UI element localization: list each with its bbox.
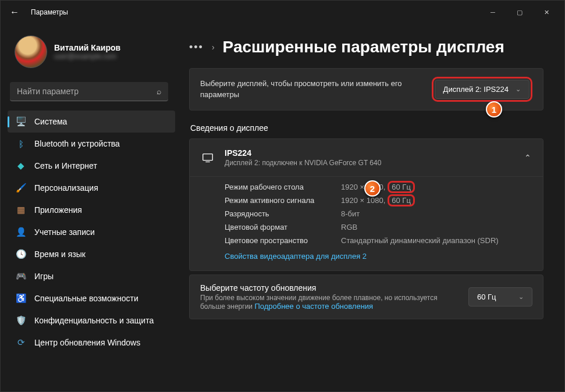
- nav-label: Специальные возможности: [34, 294, 138, 303]
- nav-label: Конфиденциальность и защита: [34, 316, 154, 325]
- search-icon: ⌕: [157, 87, 161, 96]
- nav-label: Учетные записи: [34, 227, 95, 237]
- annotation-1: 1: [486, 101, 502, 117]
- display-name: IPS224: [225, 148, 514, 158]
- chevron-down-icon: ⌄: [516, 85, 521, 93]
- breadcrumb: ••• › Расширенные параметры дисплея: [189, 38, 543, 56]
- nav-icon: ◆: [16, 161, 26, 171]
- back-button[interactable]: ←: [5, 3, 24, 22]
- sidebar-item-1[interactable]: ᛒBluetooth и устройства: [8, 133, 175, 155]
- user-name: Виталий Каиров: [54, 43, 120, 52]
- nav-label: Персонализация: [34, 183, 98, 193]
- nav-label: Время и язык: [34, 250, 86, 259]
- chevron-right-icon: ›: [212, 42, 215, 52]
- sidebar-item-10[interactable]: ⟳Центр обновления Windows: [8, 332, 175, 354]
- main-content: ••• › Расширенные параметры дисплея Выбе…: [175, 24, 564, 391]
- titlebar: ← Параметры ─ ▢ ✕: [1, 1, 564, 24]
- nav-icon: 🖌️: [16, 183, 26, 193]
- sidebar: Виталий Каиров user@example.com ⌕ 🖥️Сист…: [1, 24, 175, 391]
- sidebar-item-2[interactable]: ◆Сеть и Интернет: [8, 155, 175, 177]
- nav-icon: 👤: [16, 227, 26, 237]
- nav-label: Система: [34, 117, 67, 126]
- annotation-2: 2: [364, 180, 381, 197]
- display-info-body: Режим рабочего стола1920 × 1080, 60 ГцРе…: [190, 176, 543, 270]
- sidebar-item-0[interactable]: 🖥️Система: [8, 111, 175, 133]
- monitor-icon: [201, 151, 214, 164]
- display-sub: Дисплей 2: подключен к NVIDIA GeForce GT…: [225, 159, 514, 167]
- refresh-rate-dropdown[interactable]: 60 Гц ⌄: [468, 287, 532, 307]
- sidebar-item-3[interactable]: 🖌️Персонализация: [8, 177, 175, 199]
- sidebar-item-9[interactable]: 🛡️Конфиденциальность и защита: [8, 309, 175, 332]
- info-row: Цветовой форматRGB: [225, 220, 531, 234]
- info-key: Режим рабочего стола: [225, 183, 341, 191]
- adapter-properties-link[interactable]: Свойства видеоадаптера для дисплея 2: [225, 252, 367, 261]
- nav-label: Сеть и Интернет: [34, 161, 97, 170]
- nav-icon: ⟳: [16, 337, 26, 348]
- nav-label: Приложения: [34, 205, 82, 215]
- info-val: RGB: [341, 223, 357, 231]
- nav-label: Bluetooth и устройства: [34, 139, 120, 148]
- chevron-down-icon: ⌄: [518, 293, 524, 301]
- refresh-sub: При более высоком значении движение боле…: [200, 294, 459, 311]
- nav-icon: 🎮: [16, 271, 26, 281]
- info-val: 1920 × 1080, 60 Гц: [341, 196, 415, 205]
- minimize-button[interactable]: ─: [479, 3, 506, 22]
- nav-icon: 🕓: [16, 249, 26, 259]
- nav-icon: ᛒ: [16, 138, 26, 149]
- info-row: Цветовое пространствоСтандартный динамич…: [225, 234, 531, 247]
- search-input[interactable]: [17, 87, 157, 96]
- breadcrumb-dots[interactable]: •••: [189, 41, 204, 54]
- sidebar-item-5[interactable]: 👤Учетные записи: [8, 221, 175, 243]
- sidebar-item-6[interactable]: 🕓Время и язык: [8, 243, 175, 265]
- display-select-prompt: Выберите дисплей, чтобы просмотреть или …: [200, 79, 422, 99]
- window-controls: ─ ▢ ✕: [479, 3, 560, 22]
- window-title: Параметры: [31, 8, 68, 16]
- refresh-rate-value: 60 Гц: [477, 293, 496, 301]
- refresh-title: Выберите частоту обновления: [200, 283, 459, 293]
- page-title: Расширенные параметры дисплея: [223, 38, 504, 56]
- search-box[interactable]: ⌕: [10, 82, 168, 101]
- sidebar-item-7[interactable]: 🎮Игры: [8, 265, 175, 287]
- user-email: user@example.com: [54, 52, 120, 60]
- sidebar-item-4[interactable]: ▦Приложения: [8, 199, 175, 221]
- nav-icon: 🖥️: [16, 116, 26, 127]
- chevron-up-icon: ⌃: [524, 153, 531, 162]
- info-row: Режим активного сигнала1920 × 1080, 60 Г…: [225, 194, 531, 207]
- close-button[interactable]: ✕: [533, 3, 560, 22]
- display-dropdown-value: Дисплей 2: IPS224: [443, 85, 509, 94]
- info-key: Цветовой формат: [225, 223, 341, 231]
- nav-icon: ▦: [16, 205, 26, 215]
- settings-window: ← Параметры ─ ▢ ✕ Виталий Каиров user@ex…: [0, 0, 565, 392]
- nav-icon: 🛡️: [16, 315, 26, 326]
- svg-rect-0: [203, 154, 213, 161]
- avatar: [15, 35, 47, 68]
- refresh-learn-more-link[interactable]: Подробнее о частоте обновления: [254, 302, 373, 311]
- maximize-button[interactable]: ▢: [506, 3, 533, 22]
- display-info-header[interactable]: IPS224 Дисплей 2: подключен к NVIDIA GeF…: [190, 139, 543, 176]
- info-key: Разрядность: [225, 209, 341, 218]
- info-val: 8-бит: [341, 209, 360, 218]
- display-dropdown[interactable]: Дисплей 2: IPS224 ⌄: [435, 80, 530, 99]
- display-select-card: Выберите дисплей, чтобы просмотреть или …: [189, 68, 543, 111]
- nav-icon: ♿: [16, 293, 26, 304]
- info-key: Режим активного сигнала: [225, 196, 341, 205]
- nav-label: Центр обновления Windows: [34, 338, 140, 347]
- user-block[interactable]: Виталий Каиров user@example.com: [8, 31, 175, 73]
- info-row: Разрядность8-бит: [225, 207, 531, 220]
- refresh-rate-card: Выберите частоту обновления При более вы…: [189, 275, 543, 319]
- info-val: Стандартный динамический диапазон (SDR): [341, 236, 499, 245]
- section-label: Сведения о дисплее: [190, 123, 543, 133]
- nav-label: Игры: [34, 272, 54, 281]
- info-key: Цветовое пространство: [225, 236, 341, 245]
- display-info-card: IPS224 Дисплей 2: подключен к NVIDIA GeF…: [189, 138, 543, 271]
- sidebar-item-8[interactable]: ♿Специальные возможности: [8, 287, 175, 309]
